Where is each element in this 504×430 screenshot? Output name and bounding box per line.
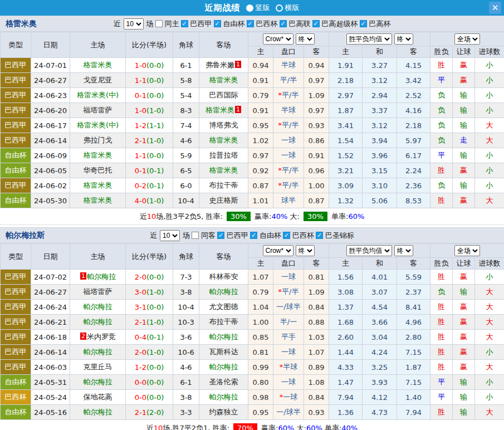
date-cell: 24-06-23 — [31, 88, 70, 103]
handicap-result-cell: 输 — [453, 148, 475, 163]
summary-segment: 赢率: — [259, 423, 278, 430]
away-odds-cell: 0.89 — [304, 360, 329, 375]
games-count-select[interactable]: 10 — [160, 230, 180, 241]
rank-badge: 1 — [235, 106, 241, 113]
fulltime-score: 1-1 — [135, 76, 146, 85]
corners-cell: 5-8 — [173, 73, 199, 88]
handicap-cell: 一球 — [273, 133, 304, 148]
home-odds-cell: 0.95 — [248, 405, 273, 420]
fulltime-score: 1-2 — [135, 363, 146, 372]
avg-draw-cell: 3.12 — [363, 73, 397, 88]
result-cell: 胜 — [430, 315, 453, 330]
handicap-text: 平/半 — [282, 166, 299, 174]
league-filter-checkbox[interactable]: ✓ — [280, 20, 287, 27]
handicap-cell: 平/半 — [273, 73, 304, 88]
close-icon[interactable]: ✕ — [489, 2, 501, 14]
handicap-cell: 一球 — [273, 345, 304, 360]
league-filter-checkbox[interactable]: ✓ — [247, 20, 254, 27]
league-cell: 自由杯 — [1, 375, 31, 390]
final-select-2[interactable]: 终 — [394, 33, 413, 45]
same-venue-checkbox[interactable] — [192, 232, 199, 239]
column-header: 胜负 — [430, 258, 453, 270]
handicap-text: 一球 — [281, 136, 296, 144]
result-cell: 胜 — [430, 58, 453, 73]
league-filter-checkbox[interactable]: ✓ — [312, 20, 320, 27]
fulltime-score: 3-1 — [135, 303, 146, 311]
handicap-result-cell: 赢 — [453, 270, 475, 285]
home-team-cell: 克里丘马 — [70, 360, 126, 375]
avg-win-cell: 1.44 — [329, 345, 363, 360]
team-name-text: 科林蒂安 — [209, 272, 238, 281]
team-name-text: 帕尔梅拉 — [84, 302, 112, 311]
league-filter-label: 巴高联 — [289, 19, 311, 29]
crow-select[interactable]: Crow* — [263, 33, 293, 45]
avg-win-cell: 1.52 — [329, 148, 363, 163]
league-filter-checkbox[interactable]: ✓ — [217, 232, 224, 239]
away-team-cell: 格雷米奥1 — [199, 103, 248, 118]
vertical-layout-label[interactable]: 竖版 — [256, 3, 270, 13]
goals-cell: 小 — [475, 73, 504, 88]
handicap-text: 半球 — [281, 61, 296, 69]
avg-win-cell: 3.08 — [329, 285, 363, 300]
halftime-score: (2-0) — [146, 408, 164, 417]
team-name-text: 布拉干蒂 — [209, 181, 238, 189]
final-select[interactable]: 终 — [296, 33, 315, 45]
final-select-2[interactable]: 终 — [394, 245, 413, 256]
column-header: 比分(半场) — [126, 244, 173, 270]
goals-cell: 小 — [475, 270, 504, 285]
home-odds-cell: 0.87 — [248, 178, 273, 193]
fulltime-score: 4-0 — [135, 197, 146, 205]
table-row: 巴西杯24-05-24保地花高0-0(0-0)3-8帕尔梅拉0.98*一球0.8… — [1, 390, 504, 405]
crow-select[interactable]: Crow* — [263, 245, 293, 256]
away-team-cell: 帕尔梅拉 — [199, 360, 248, 375]
final-select[interactable]: 终 — [296, 245, 315, 256]
corners-cell: 3-3 — [173, 405, 199, 420]
league-cell: 巴西甲 — [1, 330, 31, 345]
table-row: 巴西甲24-06-17格雷米奥(中)1-2(1-1)7-4博塔弗戈0.95*平/… — [1, 118, 504, 133]
same-venue-checkbox[interactable] — [155, 20, 163, 27]
fulltime-score: 2-1 — [135, 136, 146, 145]
avg-select[interactable]: 胜平负均值 — [346, 33, 392, 45]
goals-cell: 小 — [475, 178, 504, 193]
home-team-cell: 格雷米奥 — [70, 58, 126, 73]
games-count-select[interactable]: 10 — [124, 18, 144, 30]
handicap-result-cell: 赢 — [453, 315, 475, 330]
halftime-score: (1-1) — [146, 121, 164, 130]
league-filter-checkbox[interactable]: ✓ — [316, 232, 323, 239]
horizontal-layout-radio[interactable] — [276, 4, 283, 12]
league-filter-checkbox[interactable]: ✓ — [214, 20, 221, 27]
date-cell: 24-06-27 — [31, 73, 70, 88]
goals-cell: 小 — [475, 375, 504, 390]
summary-segment: 赢率: — [252, 212, 272, 222]
handicap-cell: 一球 — [273, 375, 304, 390]
league-filter-checkbox[interactable]: ✓ — [283, 232, 290, 239]
avg-win-cell: 4.33 — [329, 360, 363, 375]
section-header: 帕尔梅拉斯近10场同客✓巴西甲✓自由杯✓巴西杯✓巴圣锦标 — [0, 227, 504, 243]
handicap-text: 半/一 — [280, 317, 297, 326]
fullmatch-select[interactable]: 全场 — [454, 245, 480, 256]
handicap-result-cell: 赢 — [453, 58, 475, 73]
handicap-cell: 一/球半 — [273, 300, 304, 315]
avg-win-cell: 1.47 — [329, 375, 363, 390]
goals-cell: 小 — [475, 58, 504, 73]
horizontal-layout-label[interactable]: 横版 — [285, 3, 300, 13]
league-filter-checkbox[interactable]: ✓ — [250, 232, 257, 239]
summary-segment: 60% — [306, 424, 322, 430]
handicap-text: 平/半 — [282, 121, 299, 129]
home-team-cell: 格雷米奥 — [70, 178, 126, 193]
away-team-cell: 格雷米奥 — [199, 163, 248, 178]
fullmatch-select[interactable]: 全场 — [454, 33, 480, 45]
handicap-cell: *平/半 — [273, 88, 304, 103]
table-row: 巴西甲24-06-24帕尔梅拉3-1(0-0)10-4尤文图德1.04一/球半0… — [1, 300, 504, 315]
score-cell: 1-0(0-0) — [126, 58, 173, 73]
vertical-layout-radio[interactable] — [246, 4, 253, 12]
away-team-cell: 弗鲁米嫩1 — [199, 58, 248, 73]
goals-cell: 小 — [475, 88, 504, 103]
fulltime-score: 0-1 — [135, 167, 146, 175]
result-cell: 平 — [430, 375, 453, 390]
team-name-text: 格雷米奥 — [209, 166, 238, 174]
handicap-cell: *一球 — [273, 390, 304, 405]
league-filter-checkbox[interactable]: ✓ — [181, 20, 188, 27]
league-filter-checkbox[interactable]: ✓ — [360, 20, 367, 27]
avg-select[interactable]: 胜平负均值 — [346, 245, 392, 256]
